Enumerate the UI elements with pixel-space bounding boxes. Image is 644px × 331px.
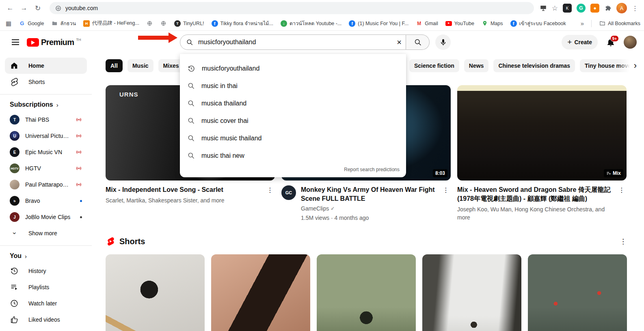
show-more-button[interactable]: › Show more <box>5 225 87 241</box>
chips-scroll-right-icon[interactable]: › <box>618 59 644 72</box>
bookmark-item[interactable]: H代理品牌 - HeFeng... <box>83 20 139 27</box>
search-suggestion[interactable]: musica thailand <box>180 95 406 112</box>
screen: ← → ↻ youtube.com ☆ K G ● A ⋮ ▦ GGoogle <box>0 0 644 331</box>
chip-news[interactable]: News <box>464 59 489 72</box>
back-button[interactable]: ← <box>4 2 16 14</box>
install-icon[interactable] <box>540 4 547 12</box>
extensions-puzzle-icon[interactable] <box>604 4 612 12</box>
sidebar-item-watch-later[interactable]: Watch later <box>5 295 87 312</box>
bookmark-item[interactable]: YouTube <box>445 21 474 26</box>
clear-search-icon[interactable]: × <box>397 38 402 46</box>
you-header[interactable]: You › <box>0 249 92 263</box>
report-search-predictions-link[interactable]: Report search predictions <box>180 164 406 175</box>
sidebar-item-playlists[interactable]: Playlists <box>5 279 87 295</box>
subscription-channel[interactable]: b Bravo <box>5 193 87 209</box>
bookmark-item[interactable]: fเข้าสู่ระบบ Facebook <box>510 19 566 28</box>
search-input[interactable] <box>198 39 392 46</box>
channel-name: Universal Picture... <box>25 133 70 139</box>
voice-search-icon[interactable] <box>435 34 451 50</box>
search-area: × <box>180 34 451 50</box>
bookmark-item[interactable]: GGoogle <box>19 20 44 27</box>
search-button[interactable] <box>406 34 430 50</box>
short-thumbnail[interactable] <box>317 254 416 331</box>
keyboard-extension-icon[interactable]: K <box>563 4 572 13</box>
video-title[interactable]: Mix - Independent Love Song - Scarlet <box>106 185 260 194</box>
video-byline[interactable]: Scarlet, Martika, Shakespears Sister, an… <box>106 196 260 204</box>
suggestion-text: music music thailand <box>201 135 262 142</box>
subscription-channel[interactable]: HGTV HGTV <box>5 160 87 176</box>
grammarly-extension-icon[interactable]: G <box>577 4 586 13</box>
chevron-right-icon: › <box>56 101 58 108</box>
bookmark-item[interactable]: MGmail <box>416 20 438 27</box>
plus-icon: + <box>567 38 572 47</box>
reload-button[interactable]: ↻ <box>32 2 44 14</box>
subscription-channel[interactable]: T Thai PBS <box>5 112 87 128</box>
notifications-bell-icon[interactable]: 9+ <box>606 37 616 47</box>
video-title[interactable]: Monkey King Vs Army Of Heaven War Fight … <box>301 185 436 203</box>
video-thumbnail[interactable]: Mix <box>457 85 627 181</box>
search-suggestion[interactable]: music cover thai <box>180 112 406 129</box>
bookmark-item[interactable]: ลักธวน <box>52 19 76 28</box>
channel-name[interactable]: GameClips <box>301 205 329 212</box>
short-thumbnail[interactable] <box>528 254 627 331</box>
chip-chinese-tv-dramas[interactable]: Chinese television dramas <box>493 59 575 72</box>
bookmark-star-icon[interactable]: ☆ <box>552 4 558 13</box>
bookmarks-overflow-icon[interactable]: » <box>581 20 584 27</box>
sidebar-item-history[interactable]: History <box>5 263 87 279</box>
short-thumbnail[interactable] <box>106 254 205 331</box>
bookmark-item[interactable]: fTikky flora จำหน่ายไม้... <box>212 19 273 28</box>
subscription-channel[interactable]: Paul Pattarapon ... <box>5 176 87 193</box>
globe-icon <box>147 20 153 27</box>
short-thumbnail[interactable] <box>211 254 310 331</box>
sidebar-item-home[interactable]: Home <box>5 58 87 74</box>
site-info-icon[interactable] <box>55 5 61 11</box>
youtube-premium-logo[interactable]: Premium TH <box>27 37 81 47</box>
search-box[interactable]: × <box>180 34 406 50</box>
suggestion-text: music thai new <box>201 152 244 159</box>
subscriptions-header[interactable]: Subscriptions › <box>0 98 92 112</box>
bookmark-item[interactable]: ↓ดาวน์โหลด Youtube -... <box>281 19 341 28</box>
search-suggestion[interactable]: music music thailand <box>180 129 406 147</box>
video-menu-icon[interactable]: ⋮ <box>265 185 275 204</box>
url-bar[interactable]: youtube.com <box>50 2 534 14</box>
channel-avatar[interactable]: GC <box>281 185 296 200</box>
bookmark-item[interactable]: f(1) Music For You | F... <box>349 20 408 27</box>
bookmark-item[interactable] <box>160 20 167 27</box>
all-bookmarks-button[interactable]: All Bookmarks <box>599 20 640 27</box>
video-menu-icon[interactable]: ⋮ <box>617 185 627 221</box>
channel-avatar: E <box>10 147 19 157</box>
subscription-channel[interactable]: J JoBlo Movie Clips <box>5 209 87 225</box>
sidebar-item-liked-videos[interactable]: Liked videos <box>5 312 87 328</box>
sidebar-item-shorts[interactable]: Shorts <box>5 74 87 90</box>
search-suggestion[interactable]: musicforyouthailand <box>180 60 406 77</box>
short-thumbnail[interactable] <box>422 254 521 331</box>
search-suggestion[interactable]: music thai new <box>180 147 406 164</box>
browser-menu-icon[interactable]: ⋮ <box>632 4 638 12</box>
live-icon <box>76 149 82 155</box>
channel-name: Paul Pattarapon ... <box>25 181 70 188</box>
video-menu-icon[interactable]: ⋮ <box>441 185 451 222</box>
create-button[interactable]: + Create <box>562 35 598 49</box>
bookmark-item[interactable]: Maps <box>482 20 503 27</box>
bookmark-item[interactable]: TTinyURL! <box>174 20 204 27</box>
search-suggestion[interactable]: music in thai <box>180 77 406 95</box>
forward-button[interactable]: → <box>18 2 30 14</box>
new-content-dot <box>80 200 82 202</box>
video-title[interactable]: Mix - Heaven Sword and Dragon Sabre 倚天屠龍… <box>457 185 612 203</box>
chip-science-fiction[interactable]: Science fiction <box>409 59 459 72</box>
account-avatar[interactable] <box>624 36 637 49</box>
video-byline[interactable]: Joseph Koo, Wu Man, Hong Kong Chinese Or… <box>457 205 612 221</box>
subscription-channel[interactable]: E Epic Music VN <box>5 144 87 160</box>
apps-grid-icon[interactable]: ▦ <box>6 20 11 27</box>
shorts-menu-icon[interactable]: ⋮ <box>620 237 627 246</box>
chip-music[interactable]: Music <box>128 59 153 72</box>
youtube-masthead: Premium TH × + Create <box>0 31 644 54</box>
home-icon <box>10 61 19 70</box>
bookmark-item[interactable] <box>147 20 153 27</box>
browser-profile-avatar[interactable]: A <box>616 3 627 13</box>
subscription-channel[interactable]: U Universal Picture... <box>5 128 87 144</box>
chip-all[interactable]: All <box>106 59 123 72</box>
orange-extension-icon[interactable]: ● <box>590 4 599 13</box>
guide-menu-icon[interactable] <box>7 34 24 50</box>
you-title: You <box>10 252 22 260</box>
